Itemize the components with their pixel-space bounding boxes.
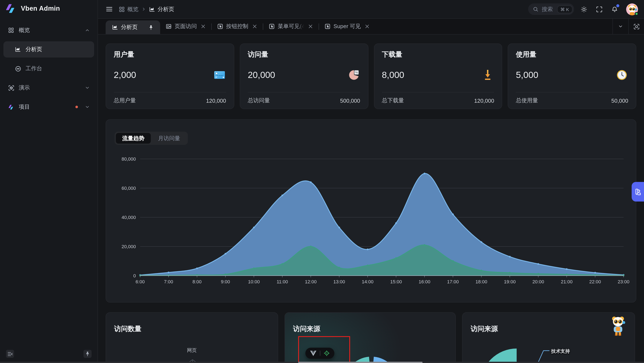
sidebar-item-概览[interactable]: 概览 <box>4 22 94 38</box>
header: 概览 分析页 搜索 ⌘ K <box>98 0 644 19</box>
trend-tab-switch: 流量趋势 月访问量 <box>114 132 188 145</box>
page-content: 用户量2,000总用户量120,000访问量20,000%总访问量500,000… <box>98 34 644 363</box>
sidebar-item-项目[interactable]: 项目 <box>4 99 94 115</box>
maximize-icon <box>633 23 640 30</box>
app-logo[interactable]: Vben Admin <box>0 0 98 16</box>
theme-toggle-button[interactable] <box>578 4 590 15</box>
svg-text:60,000: 60,000 <box>122 186 136 191</box>
notifications-button[interactable] <box>609 4 620 15</box>
chart-icon <box>149 6 155 12</box>
visit-source-card: 访问来源 <box>284 312 456 363</box>
tabbar-controls <box>612 19 644 34</box>
tab-traffic-trend[interactable]: 流量趋势 <box>116 133 151 144</box>
grid-icon <box>8 27 14 34</box>
svg-text:20,000: 20,000 <box>122 244 136 249</box>
sidebar-item-演示[interactable]: 演示 <box>4 80 94 96</box>
cursor-icon <box>269 24 275 30</box>
maximize-content-button[interactable] <box>628 19 644 34</box>
sidebar-item-label: 工作台 <box>26 65 90 72</box>
area-chart: 020,00040,00060,00080,0006:007:008:009:0… <box>106 150 636 290</box>
stat-card-下载量: 下载量8,000总下载量120,000 <box>374 44 502 109</box>
scrollbar-thumb[interactable] <box>298 362 422 363</box>
cube-icon <box>8 84 14 91</box>
search-icon <box>533 6 538 12</box>
inspector-target-icon[interactable] <box>324 350 330 356</box>
close-tab-icon[interactable] <box>252 24 257 29</box>
svg-text:14:00: 14:00 <box>362 279 374 284</box>
search-shortcut-badge: ⌘ K <box>557 5 572 13</box>
chevron-right-icon <box>142 7 146 12</box>
mascot-robot <box>610 316 626 336</box>
tab-monthly-visits[interactable]: 月访问量 <box>152 133 186 144</box>
workbench-icon <box>14 65 21 72</box>
radar-chart <box>106 313 278 363</box>
pin-sidebar-button[interactable] <box>84 350 92 358</box>
stat-footer-label: 总访问量 <box>248 97 270 104</box>
bottom-cards-row: 访问数量 网页 访问来源 <box>106 312 636 363</box>
sidebar-item-label: 演示 <box>19 84 80 92</box>
preferences-button[interactable] <box>632 182 644 202</box>
svg-text:23:00: 23:00 <box>618 279 629 284</box>
collapse-sidebar-button[interactable] <box>6 350 14 358</box>
sidebar-item-label: 概览 <box>19 26 80 34</box>
chevron-down-icon <box>85 104 90 110</box>
vben-logo-icon <box>5 4 17 13</box>
tab-Super 可见[interactable]: Super 可见 <box>319 19 376 34</box>
vue-logo-icon <box>310 350 316 356</box>
sidebar-item-工作台[interactable]: 工作台 <box>4 60 94 77</box>
svg-text:21:00: 21:00 <box>561 279 572 284</box>
badge-dot <box>76 106 78 108</box>
close-tab-icon[interactable] <box>200 24 206 29</box>
svg-text:8:00: 8:00 <box>192 279 202 284</box>
stat-title: 访问量 <box>248 50 360 59</box>
cursor-icon <box>217 24 223 30</box>
tab-按钮控制[interactable]: 按钮控制 <box>212 19 263 34</box>
clock-icon <box>616 68 628 82</box>
chart-icon <box>112 24 118 30</box>
tab-页面访问[interactable]: 页面访问 <box>160 19 211 34</box>
traffic-trend-card: 流量趋势 月访问量 020,00040,00060,00080,0006:007… <box>106 119 636 302</box>
stat-card-访问量: 访问量20,000%总访问量500,000 <box>240 44 368 109</box>
chevron-down-icon <box>618 24 623 29</box>
stat-title: 下载量 <box>382 50 494 59</box>
stat-value: 20,000 <box>248 70 275 80</box>
horizontal-scrollbar[interactable] <box>0 362 644 363</box>
stats-row: 用户量2,000总用户量120,000访问量20,000%总访问量500,000… <box>106 44 636 109</box>
svg-text:11:00: 11:00 <box>277 279 288 284</box>
user-avatar[interactable] <box>626 3 638 15</box>
tab-分析页[interactable]: 分析页 <box>106 20 160 34</box>
sidebar-toggle-button[interactable] <box>104 4 114 14</box>
stat-footer-value: 120,000 <box>474 97 494 104</box>
tab-label: 菜单可见(401) <box>278 22 304 30</box>
breadcrumb-overview[interactable]: 概览 <box>119 5 138 13</box>
chart-icon <box>14 46 21 53</box>
svg-text:17:00: 17:00 <box>447 279 459 284</box>
page-icon <box>166 24 172 30</box>
tabs-menu-button[interactable] <box>612 19 628 34</box>
svg-text:15:00: 15:00 <box>390 279 402 284</box>
stat-value: 5,000 <box>516 70 538 80</box>
sidebar-menu: 概览分析页工作台演示项目 <box>0 16 98 350</box>
sidebar-item-label: 项目 <box>19 103 71 111</box>
sidebar: Vben Admin 概览分析页工作台演示项目 <box>0 0 98 363</box>
collapse-menu-icon <box>7 351 13 357</box>
svg-text:20:00: 20:00 <box>532 279 544 284</box>
pin-icon[interactable] <box>148 24 154 30</box>
breadcrumb-analysis[interactable]: 分析页 <box>149 5 174 13</box>
sidebar-item-分析页[interactable]: 分析页 <box>4 41 94 58</box>
close-tab-icon[interactable] <box>365 24 370 29</box>
tab-bar: 分析页页面访问按钮控制菜单可见(401)Super 可见 <box>98 19 644 34</box>
chevron-up-icon <box>85 28 90 33</box>
vue-devtools-toolbar[interactable] <box>306 348 334 359</box>
svg-text:0: 0 <box>133 273 136 278</box>
pie-slice-teal <box>480 348 517 363</box>
tab-label: 按钮控制 <box>226 22 248 30</box>
stat-title: 用户量 <box>114 50 226 59</box>
vben-icon <box>8 104 14 110</box>
svg-text:12:00: 12:00 <box>305 279 317 284</box>
fullscreen-button[interactable] <box>594 4 605 15</box>
tab-菜单可见(401)[interactable]: 菜单可见(401) <box>263 19 318 34</box>
search-input[interactable]: 搜索 ⌘ K <box>528 4 574 15</box>
close-tab-icon[interactable] <box>308 24 313 29</box>
pie-chart <box>462 313 635 363</box>
